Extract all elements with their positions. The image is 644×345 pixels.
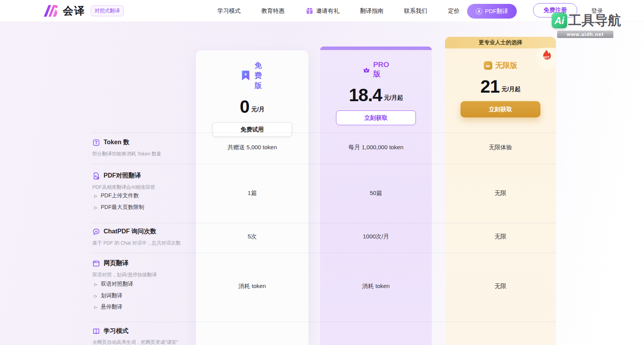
plan-name: 无限版: [495, 60, 518, 71]
token-icon: T: [92, 139, 100, 147]
price-number: 0: [240, 97, 249, 116]
nav-item-invite[interactable]: 邀请有礼: [305, 7, 339, 15]
value-free-token: 共赠送 5,000 token: [198, 144, 306, 151]
crown-icon: [363, 66, 370, 74]
infinity-icon: ∞: [484, 61, 492, 70]
plan-card-free: + 免费版 0 元/月 免费试用: [196, 50, 308, 345]
feature-subitem: ▷ 划词翻译: [94, 292, 123, 299]
book-icon: [92, 328, 100, 335]
nav-item-learning-mode[interactable]: 学习模式: [217, 7, 241, 15]
plan-price-free: 0 元/月: [240, 96, 265, 116]
browser-icon: [92, 260, 100, 267]
value-unlimited-web: 无限: [446, 283, 555, 290]
value-unlimited-pdf: 无限: [446, 190, 555, 197]
triangle-marker-icon: ▷: [94, 294, 97, 298]
feature-title: PDF对照翻译: [104, 172, 141, 180]
plan-price-pro: 18.4 元/月起: [349, 84, 403, 104]
feature-subtitle: PDF高精度翻译合AI精准回答: [92, 184, 155, 191]
nav-item-translate-guide[interactable]: 翻译指南: [360, 7, 383, 15]
feature-web-translate: 网页翻译: [92, 259, 128, 267]
plan-card-pro: PRO版 18.4 元/月起 立刻获取: [320, 50, 432, 345]
get-unlimited-button[interactable]: 立刻获取: [460, 101, 540, 117]
get-pro-button[interactable]: 立刻获取: [336, 110, 416, 125]
pro-card-top-bar: [320, 47, 432, 50]
plan-name: PRO版: [373, 60, 389, 79]
value-pro-token: 每月 1,000,000 token: [322, 144, 430, 151]
feature-title: Token 数: [104, 138, 129, 147]
feature-chatpdf: AI ChatPDF 询问次数: [92, 228, 156, 236]
feature-subtitle: 基于 PDF 的 Chat 对话中，总共对话次数: [92, 240, 181, 247]
circle-a-icon: A: [476, 8, 482, 15]
feature-subitem: ▷ PDF最大页数限制: [94, 204, 144, 211]
aidh-logo-icon: Ai: [552, 13, 567, 28]
price-unit: 元/月起: [384, 94, 403, 104]
value-free-chatpdf: 5次: [198, 233, 306, 240]
pdf-doc-icon: A +: [92, 172, 100, 180]
plan-title-pro: PRO版: [363, 60, 389, 79]
brand-logo[interactable]: 会译 对照式翻译: [43, 4, 124, 18]
svg-text:+: +: [97, 177, 99, 179]
row-divider: [92, 223, 556, 223]
svg-text:T: T: [95, 140, 97, 145]
feature-title: ChatPDF 询问次数: [104, 228, 156, 236]
feature-title: 学习模式: [104, 327, 128, 335]
price-unit: 元/月起: [502, 86, 521, 96]
ai-chat-icon: AI: [92, 228, 100, 236]
price-unit: 元/月: [251, 106, 265, 116]
triangle-marker-icon: ▷: [94, 282, 97, 286]
nav-links: 学习模式 教育特惠 邀请有礼 翻译指南 联系我们 定价: [217, 0, 460, 22]
subitem-label: 双语对照翻译: [101, 281, 133, 288]
free-trial-button[interactable]: 免费试用: [212, 122, 292, 137]
huiyi-logo-icon: [43, 4, 59, 17]
subitem-label: 悬停翻译: [101, 304, 123, 310]
value-unlimited-chatpdf: 无限: [446, 233, 555, 240]
feature-subtitle: 全网页自动高亮生词，把网页变成“课堂”: [92, 339, 178, 345]
hot-flame-icon: HOT: [539, 49, 552, 62]
row-divider: [92, 253, 556, 253]
brand-name: 会译: [63, 4, 85, 18]
pricing-page: + 免费版 0 元/月 免费试用 PRO版 18.4 元/月起: [0, 0, 644, 345]
value-pro-pdf: 50篇: [322, 190, 430, 197]
plan-name: 免费版: [254, 60, 265, 91]
gift-icon: [305, 7, 314, 15]
svg-text:A: A: [95, 174, 97, 178]
feature-learning-mode: 学习模式: [92, 327, 128, 335]
bookmark-icon: +: [240, 70, 251, 81]
value-free-pdf: 1篇: [198, 190, 306, 197]
triangle-marker-icon: ▷: [94, 205, 97, 210]
plan-title-unlimited: ∞ 无限版: [484, 60, 518, 71]
subitem-label: PDF上传文件数: [101, 192, 139, 199]
value-pro-chatpdf: 1000次/月: [322, 233, 430, 240]
subitem-label: 划词翻译: [101, 292, 123, 299]
value-unlimited-token: 无限体验: [446, 144, 555, 151]
feature-pdf-translate: A + PDF对照翻译: [92, 172, 141, 180]
row-divider: [92, 322, 556, 322]
feature-token: T Token 数: [92, 138, 129, 147]
row-divider: [92, 133, 556, 133]
top-navbar: 会译 对照式翻译 学习模式 教育特惠 邀请有礼 翻译指南 联系我们 定价 A P…: [0, 0, 644, 22]
plan-price-unlimited: 21 元/月起: [480, 76, 520, 96]
triangle-marker-icon: ▷: [94, 194, 97, 198]
hot-badge-text: HOT: [542, 55, 550, 59]
triangle-marker-icon: ▷: [94, 305, 97, 309]
feature-subtitle: 双语对照，划词/悬停快捷翻译: [92, 272, 157, 278]
brand-badge: 对照式翻译: [91, 5, 124, 16]
feature-title: 网页翻译: [104, 259, 128, 267]
watermark-title: 工具导航: [568, 12, 621, 29]
nav-item-pricing[interactable]: 定价: [448, 7, 460, 15]
nav-item-edu-offer[interactable]: 教育特惠: [261, 7, 284, 15]
feature-subitem: ▷ 悬停翻译: [94, 304, 123, 310]
value-free-web: 消耗 token: [198, 283, 306, 290]
svg-text:+: +: [244, 71, 247, 77]
plan-title-free: + 免费版: [240, 60, 265, 91]
price-number: 21: [480, 77, 499, 96]
pdf-translate-button[interactable]: A PDF翻译: [467, 4, 517, 19]
feature-subitem: ▷ PDF上传文件数: [94, 192, 139, 199]
pdf-button-label: PDF翻译: [485, 8, 508, 15]
unlimited-ribbon: 更专业人士的选择: [445, 37, 556, 48]
nav-item-contact[interactable]: 联系我们: [404, 7, 428, 15]
watermark-url: www.aidh.net: [557, 31, 613, 38]
row-divider: [92, 164, 556, 164]
price-number: 18.4: [349, 86, 382, 104]
subitem-label: PDF最大页数限制: [101, 204, 144, 211]
